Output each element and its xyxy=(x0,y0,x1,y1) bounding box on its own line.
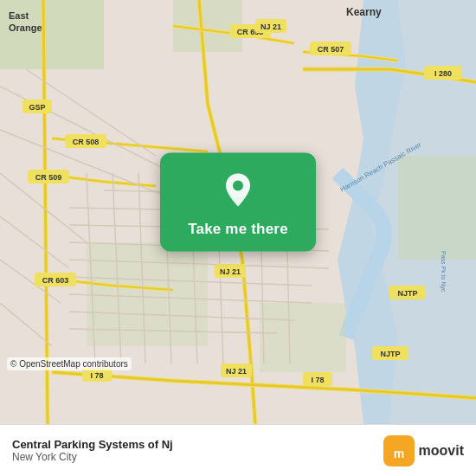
place-title: Central Parking Systems of Nj xyxy=(12,438,173,451)
moovit-icon: m xyxy=(383,435,415,466)
svg-text:GSP: GSP xyxy=(29,103,45,112)
svg-text:I 280: I 280 xyxy=(434,69,452,78)
svg-text:CR 509: CR 509 xyxy=(35,173,62,182)
svg-text:NJ 21: NJ 21 xyxy=(226,367,247,376)
moovit-text: moovit xyxy=(419,443,464,459)
svg-text:I 78: I 78 xyxy=(90,371,103,380)
svg-text:NJ 21: NJ 21 xyxy=(220,267,241,276)
svg-text:CR 508: CR 508 xyxy=(73,138,100,146)
svg-text:NJ 21: NJ 21 xyxy=(261,23,281,31)
svg-rect-5 xyxy=(398,156,476,260)
footer-info: Central Parking Systems of Nj New York C… xyxy=(12,438,173,463)
svg-text:CR 603: CR 603 xyxy=(42,276,69,285)
svg-text:I 78: I 78 xyxy=(311,376,324,384)
svg-text:m: m xyxy=(393,447,403,460)
svg-text:Kearny: Kearny xyxy=(346,6,382,18)
svg-text:East: East xyxy=(9,10,29,21)
place-city: New York City xyxy=(12,451,173,463)
take-me-there-button[interactable]: Take me there xyxy=(188,219,288,240)
moovit-logo: m moovit xyxy=(383,435,464,466)
svg-text:NJTP: NJTP xyxy=(380,350,400,358)
location-pin-icon xyxy=(217,169,259,210)
map-container: CR 658 NJ 21 CR 507 I 280 GSP CR 509 CR … xyxy=(0,0,476,424)
svg-point-65 xyxy=(233,181,243,191)
map-attribution: © OpenStreetMap contributors xyxy=(7,357,132,370)
svg-text:CR 507: CR 507 xyxy=(318,45,344,54)
svg-text:Pass Pk to Nyc: Pass Pk to Nyc xyxy=(440,251,447,293)
destination-card: Take me there xyxy=(160,153,316,252)
svg-text:NJTP: NJTP xyxy=(397,289,417,298)
svg-rect-4 xyxy=(260,303,346,372)
footer-bar: Central Parking Systems of Nj New York C… xyxy=(0,424,476,476)
svg-text:Orange: Orange xyxy=(9,23,42,33)
